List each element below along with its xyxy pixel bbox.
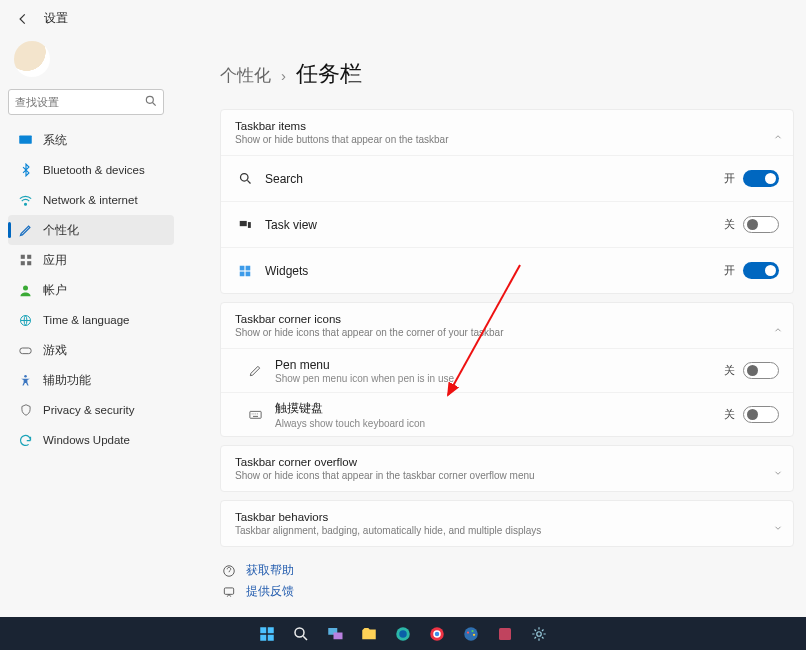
sidebar-item-system[interactable]: 系统 [8,125,174,155]
toggle-state-text: 开 [724,263,735,278]
sidebar-item-bluetooth[interactable]: Bluetooth & devices [8,155,174,185]
display-icon [18,133,33,148]
paint-icon[interactable] [461,624,481,644]
sidebar-item-privacy[interactable]: Privacy & security [8,395,174,425]
svg-point-33 [435,631,440,636]
svg-point-37 [473,633,475,635]
app-title: 设置 [44,10,68,27]
sidebar-item-label: 辅助功能 [43,373,91,388]
svg-rect-1 [19,135,32,143]
bluetooth-icon [18,163,33,178]
row-taskview: Task view 关 [221,201,793,247]
chevron-up-icon [773,128,783,138]
row-label: Task view [265,218,317,232]
svg-point-10 [24,374,27,377]
sidebar-item-personalization[interactable]: 个性化 [8,215,174,245]
avatar[interactable] [14,41,50,77]
breadcrumb: 个性化 › 任务栏 [220,59,794,89]
row-sublabel: Always show touch keyboard icon [275,418,425,429]
svg-rect-5 [20,261,24,265]
svg-point-30 [399,630,407,638]
svg-rect-9 [20,348,31,354]
page-title: 任务栏 [296,59,362,89]
sidebar-item-label: Bluetooth & devices [43,164,145,176]
toggle-state-text: 关 [724,363,735,378]
search-input[interactable] [8,89,164,115]
explorer-icon[interactable] [359,624,379,644]
chevron-down-icon [773,519,783,529]
back-icon[interactable] [16,12,30,26]
row-sublabel: Show pen menu icon when pen is in use [275,373,454,384]
toggle-search[interactable] [743,170,779,187]
sidebar-item-accounts[interactable]: 帐户 [8,275,174,305]
start-icon[interactable] [257,624,277,644]
toggle-state-text: 关 [724,217,735,232]
settings-icon[interactable] [529,624,549,644]
section-desc: Show or hide buttons that appear on the … [235,134,779,145]
update-icon [18,433,33,448]
chevron-right-icon: › [281,67,286,84]
keyboard-icon [247,407,263,423]
section-header[interactable]: Taskbar items Show or hide buttons that … [221,110,793,155]
toggle-state-text: 关 [724,407,735,422]
sidebar-item-time[interactable]: Time & language [8,305,174,335]
svg-rect-16 [240,271,245,276]
sidebar-item-apps[interactable]: 应用 [8,245,174,275]
svg-rect-14 [240,265,245,270]
sidebar: 系统 Bluetooth & devices Network & interne… [0,31,180,617]
section-corner-overflow[interactable]: Taskbar corner overflow Show or hide ico… [220,445,794,492]
pen-icon [247,363,263,379]
toggle-pen-menu[interactable] [743,362,779,379]
svg-point-34 [464,627,478,641]
sidebar-item-network[interactable]: Network & internet [8,185,174,215]
chrome-icon[interactable] [427,624,447,644]
svg-rect-4 [27,255,31,259]
sidebar-item-label: Windows Update [43,434,130,446]
toggle-taskview[interactable] [743,216,779,233]
main-content: 个性化 › 任务栏 Taskbar items Show or hide but… [180,31,806,617]
svg-point-0 [146,96,153,103]
taskview-icon [237,217,253,233]
sidebar-item-label: 应用 [43,253,67,268]
row-label: 触摸键盘 [275,400,425,417]
svg-rect-20 [224,587,233,593]
taskview-icon[interactable] [325,624,345,644]
toggle-touch-keyboard[interactable] [743,406,779,423]
svg-rect-23 [268,627,274,633]
section-title: Taskbar items [235,120,779,132]
wifi-icon [18,193,33,208]
apps-icon [18,253,33,268]
svg-rect-17 [246,271,251,276]
svg-point-35 [467,631,469,633]
edge-icon[interactable] [393,624,413,644]
svg-rect-13 [248,222,251,228]
feedback-icon [222,585,236,599]
feedback-label: 提供反馈 [246,584,294,599]
toggle-widgets[interactable] [743,262,779,279]
sidebar-item-accessibility[interactable]: 辅助功能 [8,365,174,395]
row-label: Search [265,172,303,186]
sidebar-item-gaming[interactable]: 游戏 [8,335,174,365]
link-get-help[interactable]: 获取帮助 [220,563,794,578]
section-title: Taskbar corner overflow [235,456,779,468]
chevron-down-icon [773,464,783,474]
row-search: Search 开 [221,155,793,201]
section-taskbar-items: Taskbar items Show or hide buttons that … [220,109,794,294]
breadcrumb-parent[interactable]: 个性化 [220,64,271,87]
section-desc: Show or hide icons that appear in the ta… [235,470,779,481]
sidebar-item-label: Network & internet [43,194,138,206]
svg-point-7 [23,285,28,290]
section-header[interactable]: Taskbar corner icons Show or hide icons … [221,303,793,348]
row-label: Pen menu [275,358,454,372]
sidebar-item-label: Privacy & security [43,404,134,416]
app-icon[interactable] [495,624,515,644]
help-icon [222,564,236,578]
link-feedback[interactable]: 提供反馈 [220,584,794,599]
section-taskbar-behaviors[interactable]: Taskbar behaviors Taskbar alignment, bad… [220,500,794,547]
section-title: Taskbar corner icons [235,313,779,325]
svg-rect-15 [246,265,251,270]
os-taskbar [0,617,806,650]
search-icon[interactable] [291,624,311,644]
svg-rect-12 [240,220,247,225]
sidebar-item-update[interactable]: Windows Update [8,425,174,455]
